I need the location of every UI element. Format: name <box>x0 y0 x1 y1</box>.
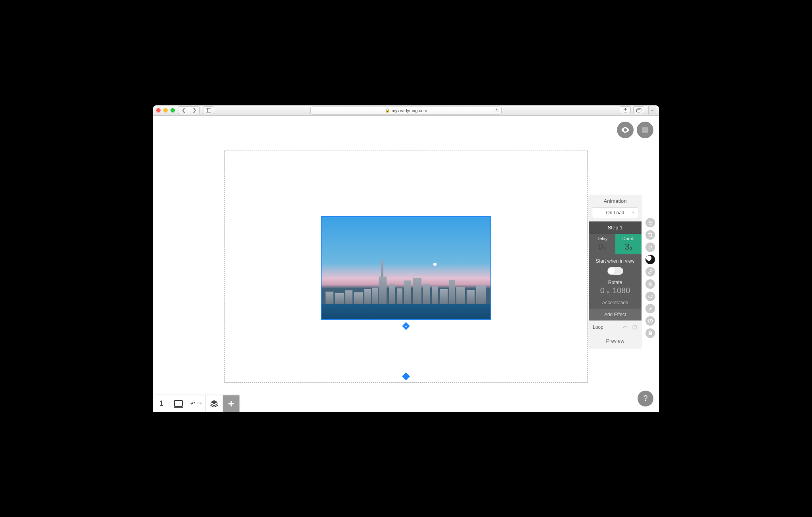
delay-unit: s <box>603 246 606 250</box>
help-button[interactable]: ? <box>638 391 653 406</box>
url-host: my.readymag.com <box>392 108 427 113</box>
lock-icon: 🔒 <box>385 108 390 113</box>
image-widget[interactable] <box>321 216 491 320</box>
undo-icon: ↶ <box>190 400 195 407</box>
panel-title: Animation <box>589 195 642 206</box>
svg-rect-17 <box>228 403 234 404</box>
redo-icon: ↷ <box>197 400 202 407</box>
add-below-handle[interactable] <box>402 322 410 330</box>
loop-row[interactable]: Loop <box>589 321 642 334</box>
add-effect-button[interactable]: Add Effect <box>589 309 642 321</box>
window-controls <box>156 108 175 113</box>
svg-point-13 <box>649 224 650 225</box>
desktop-icon <box>174 400 183 407</box>
share-button[interactable] <box>620 106 631 114</box>
layers-button[interactable] <box>206 395 223 412</box>
add-widget-button[interactable] <box>223 395 239 412</box>
browser-chrome: ❮ ❯ 🔒 my.readymag.com ↻ + <box>153 105 659 116</box>
undo-redo-button[interactable]: ↶ ↷ <box>187 395 206 412</box>
svg-rect-4 <box>636 109 640 112</box>
history-nav: ❮ ❯ <box>178 106 200 114</box>
loop-repeat-icon <box>632 324 638 330</box>
start-in-view-toggle[interactable] <box>607 267 623 275</box>
duration-label: Durat. <box>622 236 634 241</box>
arrange-icon[interactable] <box>645 279 655 289</box>
rotate-label: Rotate <box>592 280 638 285</box>
page-number-button[interactable]: 1 <box>153 395 170 412</box>
preview-button[interactable] <box>617 122 634 138</box>
rotate-to: 1080 <box>613 286 630 295</box>
close-window-icon[interactable] <box>156 108 161 113</box>
lock-icon[interactable] <box>645 328 655 338</box>
settings-icon[interactable] <box>645 218 655 227</box>
device-button[interactable] <box>170 395 187 412</box>
svg-rect-12 <box>649 222 651 223</box>
svg-rect-15 <box>649 332 652 335</box>
animation-panel: Animation On Load ▼ Step 1 Delay 0s Dura… <box>589 195 642 348</box>
forward-button[interactable]: ❯ <box>189 106 200 114</box>
timing-row: Delay 0s Durat. 3s <box>589 234 642 254</box>
rotate-icon[interactable] <box>645 292 655 301</box>
loop-bounce-icon <box>622 325 629 330</box>
svg-point-5 <box>624 129 626 131</box>
preview-animation-button[interactable]: Preview <box>589 334 642 348</box>
safari-sidebar-button[interactable] <box>203 106 214 114</box>
duration-unit: s <box>630 246 632 250</box>
svg-point-9 <box>648 221 649 222</box>
duration-cell[interactable]: Durat. 3s <box>615 234 642 254</box>
svg-rect-0 <box>206 108 211 112</box>
pin-icon[interactable] <box>645 304 655 313</box>
zoom-window-icon[interactable] <box>170 108 175 113</box>
back-button[interactable]: ❮ <box>178 106 189 114</box>
svg-rect-6 <box>642 128 648 128</box>
chevron-down-icon: ▼ <box>632 211 635 214</box>
app-viewport: 1:1 Animation On L <box>153 116 659 412</box>
arrow-right-icon: ▶ <box>607 290 610 294</box>
minimize-window-icon[interactable] <box>163 108 168 113</box>
link-icon[interactable] <box>645 267 655 277</box>
menu-button[interactable] <box>637 122 653 138</box>
rotate-from: 0 <box>600 286 605 295</box>
delay-value: 0 <box>598 242 603 252</box>
trigger-value: On Load <box>606 210 624 216</box>
acceleration-label: Acceleration <box>592 300 638 305</box>
start-in-view-label: Start when in view <box>592 258 638 264</box>
duration-value: 3 <box>624 242 629 252</box>
svg-rect-8 <box>642 132 648 132</box>
crop-icon[interactable] <box>645 230 655 240</box>
ratio-icon[interactable]: 1:1 <box>645 242 655 252</box>
bottom-toolbar: 1 ↶ ↷ <box>153 395 239 412</box>
code-icon[interactable] <box>645 316 655 326</box>
address-bar[interactable]: 🔒 my.readymag.com ↻ <box>310 107 502 114</box>
svg-point-11 <box>651 222 652 223</box>
reload-icon[interactable]: ↻ <box>495 108 499 113</box>
animation-icon[interactable] <box>645 255 655 264</box>
image-content <box>322 217 490 319</box>
delay-label: Delay <box>596 236 607 241</box>
new-tab-button[interactable]: + <box>648 106 656 114</box>
trigger-dropdown[interactable]: On Load ▼ <box>592 207 638 218</box>
tabs-button[interactable] <box>633 106 644 114</box>
svg-rect-14 <box>651 224 652 224</box>
loop-label: Loop <box>593 324 603 330</box>
svg-rect-7 <box>642 130 648 130</box>
rotate-values[interactable]: 0 ▶ 1080 <box>592 286 638 295</box>
svg-rect-10 <box>650 221 652 221</box>
delay-cell[interactable]: Delay 0s <box>589 234 615 254</box>
start-in-view-section: Start when in view <box>589 254 642 278</box>
step-header[interactable]: Step 1 <box>589 221 642 234</box>
widget-tools-rail: 1:1 <box>645 218 655 338</box>
